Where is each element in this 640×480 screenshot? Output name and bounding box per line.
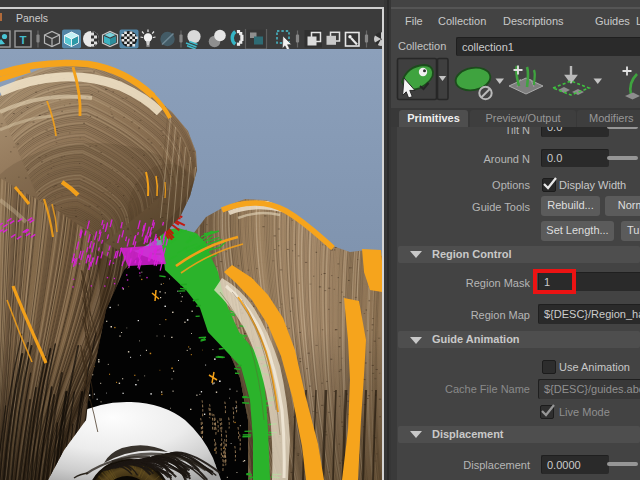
- svg-text:T: T: [19, 34, 26, 46]
